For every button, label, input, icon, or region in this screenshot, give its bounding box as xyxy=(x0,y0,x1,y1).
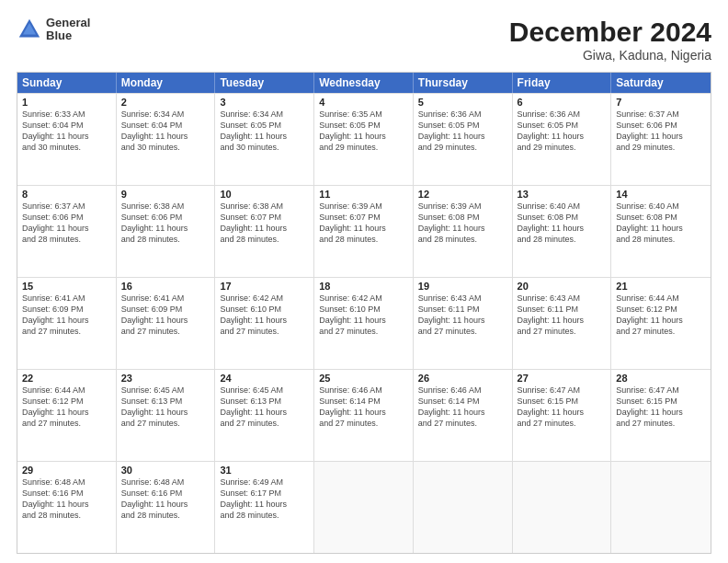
calendar-day-number: 16 xyxy=(121,281,210,292)
calendar-header-cell: Friday xyxy=(513,73,612,93)
calendar-header-cell: Monday xyxy=(117,73,216,93)
calendar-header-cell: Wednesday xyxy=(314,73,414,93)
calendar-day-number: 31 xyxy=(220,465,309,476)
calendar-day-number: 25 xyxy=(319,373,408,384)
calendar-cell: 10Sunrise: 6:38 AM Sunset: 6:07 PM Dayli… xyxy=(215,186,314,277)
calendar-day-number: 29 xyxy=(22,465,111,476)
calendar-cell: 23Sunrise: 6:45 AM Sunset: 6:13 PM Dayli… xyxy=(117,370,216,461)
calendar-day-number: 18 xyxy=(319,281,408,292)
calendar-cell: 4Sunrise: 6:35 AM Sunset: 6:05 PM Daylig… xyxy=(314,94,414,185)
calendar-cell-info: Sunrise: 6:34 AM Sunset: 6:05 PM Dayligh… xyxy=(220,109,309,154)
calendar-cell-info: Sunrise: 6:39 AM Sunset: 6:07 PM Dayligh… xyxy=(319,201,408,246)
calendar-title: December 2024 xyxy=(509,17,711,48)
calendar-cell: 30Sunrise: 6:48 AM Sunset: 6:16 PM Dayli… xyxy=(117,462,216,553)
calendar-cell: 14Sunrise: 6:40 AM Sunset: 6:08 PM Dayli… xyxy=(611,186,711,277)
calendar-day-number: 24 xyxy=(220,373,309,384)
calendar-week-2: 8Sunrise: 6:37 AM Sunset: 6:06 PM Daylig… xyxy=(17,185,711,277)
logo-icon xyxy=(17,17,42,42)
calendar-day-number: 21 xyxy=(616,281,706,292)
calendar-cell-info: Sunrise: 6:46 AM Sunset: 6:14 PM Dayligh… xyxy=(319,385,408,430)
logo: General Blue xyxy=(17,17,90,43)
calendar: SundayMondayTuesdayWednesdayThursdayFrid… xyxy=(17,72,711,554)
calendar-cell-info: Sunrise: 6:37 AM Sunset: 6:06 PM Dayligh… xyxy=(616,109,706,154)
calendar-cell-info: Sunrise: 6:36 AM Sunset: 6:05 PM Dayligh… xyxy=(418,109,507,154)
calendar-cell: 29Sunrise: 6:48 AM Sunset: 6:16 PM Dayli… xyxy=(17,462,117,553)
calendar-day-number: 28 xyxy=(616,373,706,384)
calendar-day-number: 9 xyxy=(121,189,210,200)
calendar-cell xyxy=(513,462,612,553)
calendar-header-cell: Sunday xyxy=(17,73,117,93)
calendar-header-cell: Saturday xyxy=(611,73,711,93)
header: General Blue December 2024 Giwa, Kaduna,… xyxy=(17,17,711,63)
calendar-day-number: 1 xyxy=(22,97,111,108)
calendar-day-number: 17 xyxy=(220,281,309,292)
calendar-day-number: 4 xyxy=(319,97,408,108)
calendar-week-1: 1Sunrise: 6:33 AM Sunset: 6:04 PM Daylig… xyxy=(17,93,711,185)
calendar-cell: 2Sunrise: 6:34 AM Sunset: 6:04 PM Daylig… xyxy=(117,94,216,185)
calendar-day-number: 27 xyxy=(518,373,607,384)
calendar-header-cell: Thursday xyxy=(414,73,513,93)
calendar-cell-info: Sunrise: 6:35 AM Sunset: 6:05 PM Dayligh… xyxy=(319,109,408,154)
calendar-day-number: 30 xyxy=(121,465,210,476)
calendar-day-number: 13 xyxy=(518,189,607,200)
calendar-week-4: 22Sunrise: 6:44 AM Sunset: 6:12 PM Dayli… xyxy=(17,369,711,461)
calendar-cell xyxy=(314,462,414,553)
calendar-cell-info: Sunrise: 6:49 AM Sunset: 6:17 PM Dayligh… xyxy=(220,477,309,522)
calendar-day-number: 12 xyxy=(418,189,507,200)
calendar-day-number: 6 xyxy=(518,97,607,108)
calendar-day-number: 19 xyxy=(418,281,507,292)
calendar-cell: 9Sunrise: 6:38 AM Sunset: 6:06 PM Daylig… xyxy=(117,186,216,277)
calendar-cell: 7Sunrise: 6:37 AM Sunset: 6:06 PM Daylig… xyxy=(611,94,711,185)
calendar-day-number: 8 xyxy=(22,189,111,200)
page: General Blue December 2024 Giwa, Kaduna,… xyxy=(0,0,728,563)
calendar-cell-info: Sunrise: 6:38 AM Sunset: 6:07 PM Dayligh… xyxy=(220,201,309,246)
calendar-cell-info: Sunrise: 6:44 AM Sunset: 6:12 PM Dayligh… xyxy=(22,385,111,430)
calendar-cell xyxy=(611,462,711,553)
calendar-cell-info: Sunrise: 6:47 AM Sunset: 6:15 PM Dayligh… xyxy=(616,385,706,430)
logo-text: General Blue xyxy=(46,17,90,43)
calendar-day-number: 7 xyxy=(616,97,706,108)
calendar-cell-info: Sunrise: 6:48 AM Sunset: 6:16 PM Dayligh… xyxy=(22,477,111,522)
calendar-cell: 1Sunrise: 6:33 AM Sunset: 6:04 PM Daylig… xyxy=(17,94,117,185)
calendar-cell-info: Sunrise: 6:45 AM Sunset: 6:13 PM Dayligh… xyxy=(220,385,309,430)
calendar-day-number: 5 xyxy=(418,97,507,108)
calendar-cell: 24Sunrise: 6:45 AM Sunset: 6:13 PM Dayli… xyxy=(215,370,314,461)
calendar-cell: 21Sunrise: 6:44 AM Sunset: 6:12 PM Dayli… xyxy=(611,278,711,369)
calendar-day-number: 2 xyxy=(121,97,210,108)
calendar-day-number: 23 xyxy=(121,373,210,384)
calendar-header-row: SundayMondayTuesdayWednesdayThursdayFrid… xyxy=(17,73,711,93)
calendar-cell: 27Sunrise: 6:47 AM Sunset: 6:15 PM Dayli… xyxy=(513,370,612,461)
calendar-cell-info: Sunrise: 6:34 AM Sunset: 6:04 PM Dayligh… xyxy=(121,109,210,154)
calendar-cell-info: Sunrise: 6:48 AM Sunset: 6:16 PM Dayligh… xyxy=(121,477,210,522)
calendar-day-number: 14 xyxy=(616,189,706,200)
calendar-week-5: 29Sunrise: 6:48 AM Sunset: 6:16 PM Dayli… xyxy=(17,461,711,553)
calendar-body: 1Sunrise: 6:33 AM Sunset: 6:04 PM Daylig… xyxy=(17,93,711,553)
calendar-subtitle: Giwa, Kaduna, Nigeria xyxy=(509,48,711,63)
calendar-cell-info: Sunrise: 6:38 AM Sunset: 6:06 PM Dayligh… xyxy=(121,201,210,246)
calendar-cell: 8Sunrise: 6:37 AM Sunset: 6:06 PM Daylig… xyxy=(17,186,117,277)
calendar-day-number: 20 xyxy=(518,281,607,292)
title-block: December 2024 Giwa, Kaduna, Nigeria xyxy=(509,17,711,63)
calendar-cell: 18Sunrise: 6:42 AM Sunset: 6:10 PM Dayli… xyxy=(314,278,414,369)
calendar-cell-info: Sunrise: 6:47 AM Sunset: 6:15 PM Dayligh… xyxy=(518,385,607,430)
calendar-cell: 6Sunrise: 6:36 AM Sunset: 6:05 PM Daylig… xyxy=(513,94,612,185)
calendar-cell: 15Sunrise: 6:41 AM Sunset: 6:09 PM Dayli… xyxy=(17,278,117,369)
calendar-cell: 22Sunrise: 6:44 AM Sunset: 6:12 PM Dayli… xyxy=(17,370,117,461)
calendar-cell: 19Sunrise: 6:43 AM Sunset: 6:11 PM Dayli… xyxy=(414,278,513,369)
calendar-cell-info: Sunrise: 6:43 AM Sunset: 6:11 PM Dayligh… xyxy=(518,293,607,338)
calendar-cell: 28Sunrise: 6:47 AM Sunset: 6:15 PM Dayli… xyxy=(611,370,711,461)
calendar-day-number: 3 xyxy=(220,97,309,108)
calendar-cell: 12Sunrise: 6:39 AM Sunset: 6:08 PM Dayli… xyxy=(414,186,513,277)
calendar-cell-info: Sunrise: 6:42 AM Sunset: 6:10 PM Dayligh… xyxy=(319,293,408,338)
calendar-day-number: 10 xyxy=(220,189,309,200)
calendar-cell-info: Sunrise: 6:36 AM Sunset: 6:05 PM Dayligh… xyxy=(518,109,607,154)
calendar-cell-info: Sunrise: 6:45 AM Sunset: 6:13 PM Dayligh… xyxy=(121,385,210,430)
calendar-day-number: 26 xyxy=(418,373,507,384)
calendar-cell xyxy=(414,462,513,553)
calendar-cell-info: Sunrise: 6:33 AM Sunset: 6:04 PM Dayligh… xyxy=(22,109,111,154)
calendar-cell-info: Sunrise: 6:42 AM Sunset: 6:10 PM Dayligh… xyxy=(220,293,309,338)
calendar-cell: 13Sunrise: 6:40 AM Sunset: 6:08 PM Dayli… xyxy=(513,186,612,277)
calendar-cell-info: Sunrise: 6:41 AM Sunset: 6:09 PM Dayligh… xyxy=(121,293,210,338)
calendar-cell: 25Sunrise: 6:46 AM Sunset: 6:14 PM Dayli… xyxy=(314,370,414,461)
calendar-cell-info: Sunrise: 6:43 AM Sunset: 6:11 PM Dayligh… xyxy=(418,293,507,338)
